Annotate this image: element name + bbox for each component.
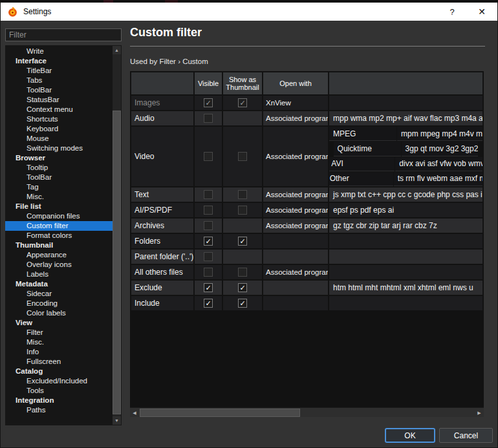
visible-cell[interactable]	[195, 203, 222, 217]
sidebar-item-view[interactable]: View	[5, 318, 113, 328]
thumbnail-checkbox[interactable]: ✓	[238, 283, 247, 292]
thumbnail-cell[interactable]	[223, 219, 262, 233]
extensions-cell[interactable]: js xmp txt c++ cpp cc c gcode php css pa…	[329, 187, 482, 202]
thumbnail-checkbox[interactable]: ✓	[238, 98, 247, 107]
open-with-cell[interactable]: Associated program	[263, 187, 328, 202]
table-hscrollbar[interactable]: ◀ ▶	[130, 407, 484, 417]
sidebar-item-context-menu[interactable]: Context menu	[5, 105, 113, 114]
sidebar-item-write[interactable]: Write	[5, 47, 113, 56]
sub-row-extensions[interactable]: 3gp qt mov 3g2 3gp2	[402, 142, 479, 156]
sidebar-filter-input[interactable]	[5, 28, 122, 41]
sidebar-item-misc[interactable]: Misc.	[5, 337, 113, 347]
sidebar-item-browser[interactable]: Browser	[5, 153, 113, 163]
sidebar-item-misc[interactable]: Misc.	[5, 192, 113, 202]
sidebar-item-tools[interactable]: Tools	[5, 386, 113, 396]
thumbnail-checkbox[interactable]: ✓	[238, 299, 247, 308]
sidebar-item-interface[interactable]: Interface	[5, 56, 113, 66]
scroll-down-icon[interactable]: ▼	[113, 416, 121, 425]
sub-row-extensions[interactable]: ts rm flv webm aae mxf m	[394, 172, 482, 186]
open-with-cell[interactable]: Associated program	[263, 127, 328, 186]
scroll-left-icon[interactable]: ◀	[130, 408, 139, 417]
ok-button[interactable]: OK	[385, 428, 435, 443]
sidebar-item-paths[interactable]: Paths	[5, 405, 113, 415]
sidebar-item-toolbar[interactable]: ToolBar	[5, 85, 113, 95]
sidebar-item-metadata[interactable]: Metadata	[5, 279, 113, 289]
thumbnail-checkbox[interactable]: ✓	[238, 237, 247, 246]
thumbnail-cell[interactable]	[223, 127, 262, 186]
thumbnail-checkbox[interactable]	[238, 268, 247, 277]
visible-cell[interactable]: ✓	[195, 296, 222, 310]
extensions-cell[interactable]	[329, 265, 482, 279]
open-with-cell[interactable]: Associated program	[263, 265, 328, 279]
sidebar-item-mouse[interactable]: Mouse	[5, 134, 113, 144]
sidebar-item-color-labels[interactable]: Color labels	[5, 308, 113, 318]
visible-cell[interactable]: ✓	[195, 96, 222, 110]
sidebar-item-thumbnail[interactable]: Thumbnail	[5, 240, 113, 250]
visible-checkbox[interactable]	[204, 206, 213, 215]
visible-cell[interactable]	[195, 111, 222, 125]
open-with-cell[interactable]: Associated program	[263, 203, 328, 217]
visible-checkbox[interactable]	[204, 268, 213, 277]
visible-checkbox[interactable]: ✓	[204, 283, 213, 292]
sidebar-item-tooltip[interactable]: Tooltip	[5, 163, 113, 173]
sidebar-item-file-list[interactable]: File list	[5, 202, 113, 211]
visible-cell[interactable]: ✓	[195, 281, 222, 295]
sidebar-item-tag[interactable]: Tag	[5, 182, 113, 192]
tree-scrollbar[interactable]: ▲ ▼	[113, 46, 121, 425]
thumbnail-checkbox[interactable]	[238, 190, 247, 199]
thumbnail-cell[interactable]	[223, 111, 262, 125]
thumbnail-cell[interactable]	[223, 187, 262, 202]
visible-checkbox[interactable]	[204, 114, 213, 123]
thumbnail-cell[interactable]: ✓	[223, 96, 262, 110]
sidebar-item-companion-files[interactable]: Companion files	[5, 211, 113, 221]
thumbnail-cell[interactable]: ✓	[223, 296, 262, 310]
sub-row-extensions[interactable]: mpm mpeg mp4 m4v m	[397, 127, 482, 141]
visible-cell[interactable]	[195, 127, 222, 186]
open-with-cell[interactable]	[263, 250, 328, 264]
extensions-cell[interactable]	[329, 234, 482, 248]
extensions-cell[interactable]: gz tgz cbr zip tar arj rar cbz 7z	[329, 219, 482, 233]
open-with-cell[interactable]: XnView	[263, 96, 328, 110]
thumbnail-checkbox[interactable]	[238, 152, 247, 161]
visible-checkbox[interactable]: ✓	[204, 237, 213, 246]
visible-checkbox[interactable]	[204, 152, 213, 161]
extensions-cell[interactable]	[329, 296, 482, 310]
sidebar-item-titlebar[interactable]: TitleBar	[5, 66, 113, 76]
sub-row-label[interactable]: Quicktime	[334, 142, 401, 156]
thumbnail-cell[interactable]: ✓	[223, 234, 262, 248]
visible-checkbox[interactable]: ✓	[204, 98, 213, 107]
visible-checkbox[interactable]	[204, 221, 213, 230]
sub-row-label[interactable]: Other	[329, 172, 393, 186]
sidebar-item-fullscreen[interactable]: Fullscreen	[5, 357, 113, 367]
sidebar-item-excluded-included[interactable]: Excluded/Included	[5, 376, 113, 386]
sidebar-item-catalog[interactable]: Catalog	[5, 367, 113, 376]
sidebar-item-filter[interactable]: Filter	[5, 328, 113, 337]
thumbnail-cell[interactable]	[223, 250, 262, 264]
thumbnail-cell[interactable]	[223, 203, 262, 217]
extensions-cell[interactable]: mpp wma mp2 mp+ aif wav flac mp3 m4a a	[329, 111, 482, 125]
open-with-cell[interactable]	[263, 281, 328, 295]
visible-checkbox[interactable]: ✓	[204, 299, 213, 308]
sidebar-item-integration[interactable]: Integration	[5, 396, 113, 405]
sidebar-item-toolbar[interactable]: ToolBar	[5, 173, 113, 182]
extensions-cell[interactable]	[329, 96, 482, 110]
visible-cell[interactable]: ✓	[195, 234, 222, 248]
scroll-right-icon[interactable]: ▶	[475, 408, 484, 417]
close-icon[interactable]: ✕	[469, 3, 495, 21]
extensions-cell[interactable]	[329, 250, 482, 264]
open-with-cell[interactable]: Associated program	[263, 219, 328, 233]
sub-row-extensions[interactable]: divx avi asf vfw vob wmv	[395, 157, 482, 171]
visible-cell[interactable]	[195, 265, 222, 279]
open-with-cell[interactable]	[263, 296, 328, 310]
sidebar-item-shortcuts[interactable]: Shortcuts	[5, 114, 113, 124]
open-with-cell[interactable]: Associated program	[263, 111, 328, 125]
thumbnail-cell[interactable]: ✓	[223, 281, 262, 295]
tree-scrollbar-thumb[interactable]	[113, 111, 121, 414]
sidebar-item-labels[interactable]: Labels	[5, 270, 113, 279]
sidebar-item-keyboard[interactable]: Keyboard	[5, 124, 113, 134]
sub-row-label[interactable]: AVI	[329, 157, 395, 171]
scroll-up-icon[interactable]: ▲	[113, 46, 121, 54]
sub-row-label[interactable]: MPEG	[329, 127, 396, 141]
sidebar-item-encoding[interactable]: Encoding	[5, 299, 113, 308]
sidebar-item-overlay-icons[interactable]: Overlay icons	[5, 260, 113, 270]
